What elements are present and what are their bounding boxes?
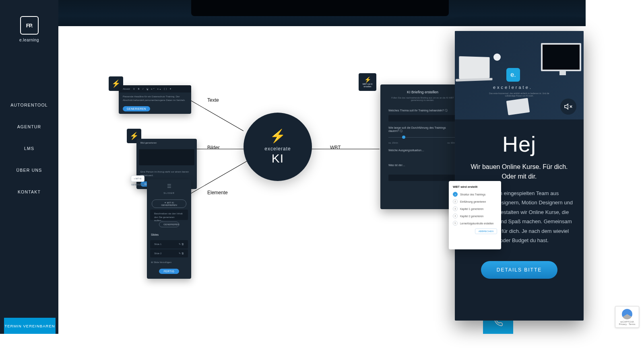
done-button[interactable]: FERTIG bbox=[159, 269, 179, 274]
nav-autorentool[interactable]: AUTORENTOOL bbox=[10, 103, 48, 107]
hub-title: KI bbox=[272, 152, 284, 165]
slides-heading: Slides bbox=[147, 230, 191, 239]
briefing-panel: KI Briefing erstellen Füllen Sie das nac… bbox=[380, 84, 465, 209]
ki-hub: ⚡ excelerate KI bbox=[244, 113, 312, 181]
main-nav: AUTORENTOOL AGENTUR LMS ÜBER UNS KONTAKT bbox=[10, 103, 48, 194]
connector-line bbox=[191, 161, 247, 193]
nav-lms[interactable]: LMS bbox=[24, 146, 34, 151]
step-icon: ✓ bbox=[453, 192, 458, 197]
connector-line bbox=[191, 101, 244, 131]
recaptcha-icon bbox=[622, 309, 632, 319]
tablet-icon bbox=[506, 98, 530, 115]
sidebar: FP. e.learning AUTORENTOOL AGENTUR LMS Ü… bbox=[0, 0, 58, 334]
edit-icon[interactable]: ✎ 🗑 bbox=[179, 243, 184, 246]
toolbar-icons: ≡ B / U̲ x² x₂ ⟨⟩ ✦ bbox=[133, 87, 173, 90]
generate-button[interactable]: GENERIEREN bbox=[159, 222, 179, 227]
excelerate-tagline: Das erste Autorentool, das wirklich einf… bbox=[487, 92, 551, 97]
excelerate-logo-icon: e. bbox=[506, 68, 520, 82]
wbt-tag: ⚡ WBT mit KI erstellen bbox=[359, 73, 376, 91]
nav-ueber-uns[interactable]: ÜBER UNS bbox=[17, 168, 42, 173]
brand-logo: FP. bbox=[20, 16, 39, 35]
image-placeholder bbox=[139, 149, 194, 165]
mug-icon bbox=[493, 53, 501, 61]
briefing-q3: Welche Ausgangssituation… bbox=[388, 149, 457, 152]
range-min: ca. 15min bbox=[388, 142, 398, 144]
spoke-wbt: WBT bbox=[330, 145, 341, 150]
laptop-icon bbox=[459, 56, 489, 79]
hub-brand: excelerate bbox=[264, 146, 291, 152]
monitor-icon bbox=[541, 43, 581, 71]
briefing-q4: Was ist der… bbox=[388, 164, 457, 167]
elemente-card: ☰ SLIDER ✦ MIT KI GENERIEREN Beschreiben… bbox=[147, 179, 191, 279]
bilder-body: Eine Person im Anzug steht vor einem lee… bbox=[136, 168, 197, 179]
termin-button[interactable]: TERMIN VEREINBAREN bbox=[4, 318, 56, 334]
slider-icon: ☰ bbox=[147, 183, 191, 189]
spoke-elemente: Elemente bbox=[207, 190, 228, 195]
wbt-progress-popup: WBT wird erstellt ✓Struktur des Training… bbox=[449, 181, 501, 249]
hej-subtitle: Wir bauen Online Kurse. Für dich. Oder m… bbox=[464, 162, 574, 181]
elemente-placeholder[interactable]: Beschreiben sie den Inhalt den Sie gener… bbox=[150, 210, 188, 220]
hej-title: Hej bbox=[455, 132, 584, 156]
abort-button[interactable]: ABBRECHEN bbox=[475, 228, 497, 234]
nav-kontakt[interactable]: KONTAKT bbox=[18, 189, 41, 194]
step-icon: 3 bbox=[453, 206, 458, 211]
edit-icon[interactable]: ✎ 🗑 bbox=[179, 252, 184, 255]
brand-sub: e.learning bbox=[19, 38, 39, 42]
step-label: Kapitel 2 generieren bbox=[460, 215, 483, 218]
step-icon: 2 bbox=[453, 199, 458, 204]
spoke-texte: Texte bbox=[207, 97, 219, 103]
recaptcha-terms: Privacy · Terms bbox=[619, 323, 636, 325]
briefing-input-content[interactable] bbox=[388, 175, 457, 181]
briefing-title: KI Briefing erstellen bbox=[388, 90, 457, 94]
wbt-popup-title: WBT wird erstellt bbox=[453, 185, 497, 189]
step-label: Einführung generieren bbox=[460, 200, 486, 203]
step-label: Struktur des Trainings bbox=[460, 193, 485, 196]
hej-card: e. excelerate. Das erste Autorentool, da… bbox=[455, 31, 584, 321]
slider-title: SLIDER bbox=[147, 189, 191, 197]
step-label: Kapitel 1 generieren bbox=[460, 208, 483, 210]
ki-diagram: ⚡ excelerate KI Texte Bilder Elemente WB… bbox=[83, 60, 465, 290]
briefing-sub: Füllen Sie das nachstehende Briefing aus… bbox=[388, 97, 457, 101]
ki-generate-chip[interactable]: ✦ MIT KI GENERIEREN bbox=[152, 200, 186, 208]
bilder-title: Bild generieren bbox=[136, 139, 197, 147]
briefing-input-topic[interactable] bbox=[388, 115, 457, 121]
details-button[interactable]: DETAILS BITTE bbox=[481, 261, 557, 279]
step-icon: 5 bbox=[453, 221, 458, 226]
ki-chip[interactable]: + MIT KI GENERIEREN bbox=[131, 175, 144, 182]
tab-absatz[interactable]: Absatz bbox=[123, 87, 130, 90]
briefing-q1: Welches Thema soll ihr Training behandel… bbox=[388, 109, 457, 113]
excelerate-brand: excelerate. bbox=[493, 85, 533, 90]
slide-row[interactable]: Slide 2 bbox=[154, 252, 161, 255]
nav-agentur[interactable]: AGENTUR bbox=[17, 124, 41, 129]
hero-bezel bbox=[58, 0, 586, 26]
generate-button[interactable]: GENERIEREN bbox=[123, 106, 150, 111]
step-icon: 4 bbox=[453, 214, 458, 218]
connector-line bbox=[311, 149, 380, 149]
step-label: Lernerfolgskontrolle erstellen bbox=[460, 222, 493, 225]
bolt-icon: ⚡ bbox=[270, 128, 286, 144]
slide-row[interactable]: Slide 1 bbox=[154, 243, 161, 246]
recaptcha-badge[interactable]: reCAPTCHA Privacy · Terms bbox=[615, 306, 639, 328]
texte-body: Passende Headline für ein Datenschutz Tr… bbox=[119, 93, 191, 104]
mute-button[interactable] bbox=[560, 99, 576, 115]
briefing-q2: Wie lange soll die Durchführung des Trai… bbox=[388, 126, 457, 133]
duration-slider[interactable] bbox=[388, 137, 457, 138]
slider-thumb[interactable] bbox=[402, 136, 405, 139]
spoke-bilder: Bilder bbox=[207, 145, 220, 150]
add-slide[interactable]: ⊕ Slide hinzufügen bbox=[147, 258, 191, 266]
texte-card: Absatz ≡ B / U̲ x² x₂ ⟨⟩ ✦ Passende Head… bbox=[119, 85, 191, 114]
